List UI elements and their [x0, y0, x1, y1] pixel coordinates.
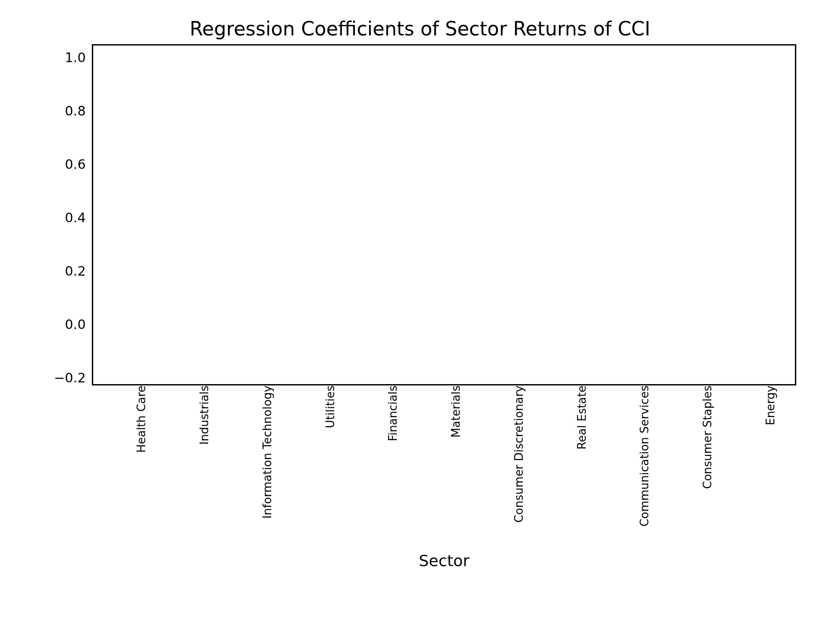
x-tick-label: Health Care — [130, 385, 148, 453]
x-tick-label: Communication Services — [633, 385, 651, 527]
y-tick-label: 0.8 — [65, 103, 92, 119]
plot-border — [92, 44, 796, 385]
y-tick-label: 0.4 — [65, 210, 92, 225]
x-tick-label: Real Estate — [570, 385, 588, 450]
x-tick-label: Consumer Staples — [696, 385, 714, 489]
x-tick-label: Materials — [444, 385, 462, 438]
x-tick-label: Energy — [759, 385, 777, 425]
x-tick-label: Financials — [381, 385, 399, 441]
x-tick-label: Consumer Discretionary — [507, 385, 525, 523]
y-tick-label: 0.6 — [65, 157, 92, 172]
chart-title: Regression Coefficients of Sector Return… — [26, 18, 814, 40]
y-tick-label: 0.2 — [65, 263, 92, 278]
x-tick-label: Information Technology — [256, 385, 274, 518]
y-tick-label: −0.2 — [54, 370, 92, 385]
x-axis-label: Sector — [419, 552, 469, 570]
x-tick-label: Utilities — [318, 385, 337, 428]
x-tick-label: Industrials — [192, 385, 211, 444]
y-tick-label: 0.0 — [65, 316, 92, 332]
chart-plot-area: Regression Coefficients −0.20.00.20.40.6… — [92, 44, 796, 385]
y-tick-label: 1.0 — [65, 50, 92, 65]
